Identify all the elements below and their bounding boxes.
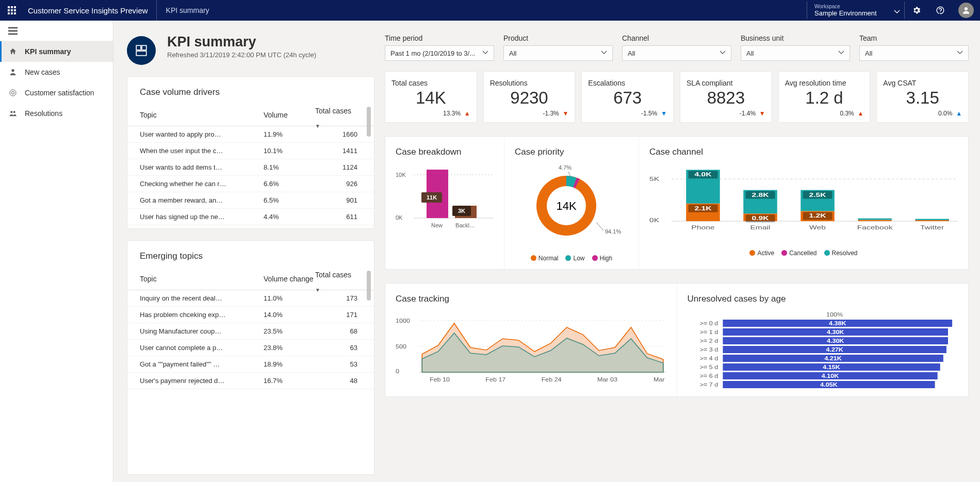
svg-rect-11 [8,30,18,31]
sidebar-item-new-cases[interactable]: New cases [0,62,113,82]
card-title: Case breakdown [396,147,494,157]
user-avatar[interactable] [958,3,974,18]
svg-rect-7 [11,12,13,14]
filter-select[interactable]: All [503,45,613,61]
svg-rect-19 [142,45,146,50]
sidebar-item-csat[interactable]: Customer satisfaction [0,82,113,103]
svg-text:Email: Email [750,224,770,230]
table-row[interactable]: Using Manufacturer coup… 23.5% 68 [127,323,374,340]
home-icon [8,47,18,56]
header-subtitle[interactable]: KPI summary [157,6,219,14]
svg-rect-63 [858,219,891,220]
hamburger-icon[interactable] [0,21,113,41]
kpi-card[interactable]: Total cases 14K 13.3% ▲ [385,71,477,123]
svg-text:New: New [431,222,443,228]
cell-topic: User wants to add items t… [140,163,264,171]
kpi-card[interactable]: Avg resolution time 1.2 d 0.3% ▲ [778,71,871,123]
card-title: Emerging topics [127,251,374,261]
filter-select[interactable]: All [622,45,731,61]
table-row[interactable]: Got a ""payment failed"" … 18.9% 53 [127,356,374,373]
table-row[interactable]: User wanted to apply pro… 11.9% 1660 [127,126,374,143]
svg-text:5K: 5K [649,176,659,182]
chevron-down-icon [957,49,963,57]
svg-text:>= 3 d: >= 3 d [699,346,718,353]
kpi-card[interactable]: Escalations 673 -1.5% ▼ [581,71,674,123]
cell-volume: 6.5% [264,196,315,204]
card-title: Case tracking [396,294,666,304]
table-row[interactable]: Has problem chceking exp… 14.0% 171 [127,307,374,323]
svg-text:>= 6 d: >= 6 d [699,373,718,379]
cell-total: 68 [315,327,362,335]
cell-topic: Got a ""payment failed"" … [140,360,264,368]
settings-icon[interactable] [905,6,928,15]
svg-text:Phone: Phone [691,224,714,230]
kpi-card[interactable]: SLA compliant 8823 -1.4% ▼ [680,71,772,123]
svg-rect-4 [11,9,13,11]
table-row[interactable]: User's paymenr rejected d… 16.7% 48 [127,373,374,389]
col-topic[interactable]: Topic [140,275,264,283]
kpi-card[interactable]: Avg CSAT 3.15 0.0% ▲ [876,71,969,123]
help-icon[interactable] [928,6,952,15]
bottom-charts-panel: Case tracking 1000 500 0 Feb 10Feb 17Feb… [385,283,969,397]
scrollbar[interactable] [365,107,372,223]
col-volume-change[interactable]: Volume change [264,275,315,283]
svg-text:0: 0 [396,368,399,374]
filter-select[interactable]: All [741,45,850,61]
kpi-label: Total cases [391,79,470,87]
person-icon [8,68,18,76]
kpi-card[interactable]: Resolutions 9230 -1.3% ▼ [483,71,576,123]
filter-select[interactable]: All [859,45,969,61]
card-title: Unresolved cases by age [688,294,958,304]
col-topic[interactable]: Topic [140,111,264,119]
table-row[interactable]: Inquiry on the recent deal… 11.0% 173 [127,290,374,307]
cell-volume: 23.8% [264,344,315,352]
svg-text:94.1%: 94.1% [605,228,621,235]
workspace-picker[interactable]: Workspace Sample Environment [807,2,905,19]
kpi-delta: 0.3% ▲ [785,110,864,117]
filter-value: All [628,49,635,57]
filter-select[interactable]: Past 1 mo (2/10/2019 to 3/... [385,45,494,61]
table-row[interactable]: User has signed up the ne… 4.4% 611 [127,209,374,225]
waffle-icon[interactable] [0,6,24,14]
cell-topic: When the user input the c… [140,147,264,155]
table-row[interactable]: User wants to add items t… 8.1% 1124 [127,159,374,176]
card-title: Case priority [515,147,628,157]
cell-topic: User's paymenr rejected d… [140,377,264,385]
table-row[interactable]: User cannot complete a p… 23.8% 63 [127,340,374,356]
svg-text:Mar 03: Mar 03 [597,376,617,383]
col-total[interactable]: Total cases▼ [315,271,362,287]
sidebar-item-resolutions[interactable]: Resolutions [0,103,113,124]
cell-total: 53 [315,360,362,368]
svg-text:4.0K: 4.0K [694,172,711,178]
table-row[interactable]: Checking whether he can r… 6.6% 926 [127,176,374,192]
sidebar: KPI summary New cases Customer satisfact… [0,21,113,482]
sidebar-item-kpi-summary[interactable]: KPI summary [0,41,113,62]
svg-rect-5 [14,9,16,11]
app-title[interactable]: Customer Service Insights Preview [24,6,156,15]
svg-rect-10 [8,27,18,28]
svg-text:Web: Web [809,224,826,230]
table-row[interactable]: Got a member reward, an… 6.5% 901 [127,192,374,209]
kpi-delta: -1.5% ▼ [588,110,667,117]
svg-rect-64 [915,220,949,221]
page-subtitle: Refreshed 3/11/2019 2:42:00 PM UTC (24h … [167,51,316,59]
svg-text:4.30K: 4.30K [826,338,844,344]
cell-topic: User cannot complete a p… [140,344,264,352]
filter-value: All [746,49,754,57]
cell-total: 1660 [315,130,362,138]
cell-total: 171 [315,311,362,319]
svg-text:14K: 14K [556,200,576,212]
svg-text:Backl…: Backl… [455,222,475,228]
filters-row: Time period Past 1 mo (2/10/2019 to 3/..… [385,34,969,61]
col-total[interactable]: Total cases▼ [315,107,362,123]
kpi-label: Avg resolution time [785,79,864,87]
col-volume[interactable]: Volume [264,111,315,119]
filter-label: Business unit [741,34,850,42]
svg-text:>= 1 d: >= 1 d [699,329,718,335]
kpi-delta: 0.0% ▲ [883,110,962,117]
table-row[interactable]: When the user input the c… 10.1% 1411 [127,143,374,159]
scrollbar[interactable] [365,271,372,469]
svg-text:4.7%: 4.7% [559,165,571,171]
case-volume-drivers-card: Case volume drivers Topic Volume Total c… [127,76,374,229]
svg-text:0K: 0K [649,217,659,223]
